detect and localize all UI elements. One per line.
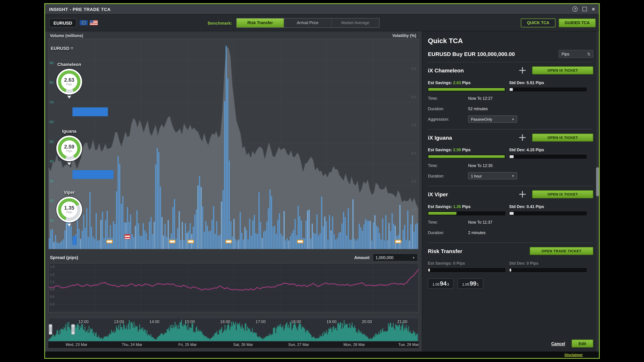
strategy-cards: iX ChameleonOPEN IX TICKETEst Savings: 2… bbox=[428, 58, 594, 239]
ask-fraction: 1 bbox=[477, 282, 479, 286]
date-axis-label: Sat, 26 Mar bbox=[233, 342, 253, 347]
bid-fraction: 3 bbox=[447, 282, 449, 286]
event-marker[interactable] bbox=[226, 240, 232, 243]
est-savings-label: Est Savings: 0 Pips bbox=[428, 261, 465, 266]
risk-transfer-header: Risk Transfer OPEN TRADE TICKET bbox=[428, 246, 594, 256]
spread-header: Spread (pips) Amount 1,000,000 ▼ bbox=[45, 253, 422, 262]
open-ix-ticket-button[interactable]: OPEN IX TICKET bbox=[532, 134, 593, 142]
event-marker[interactable] bbox=[395, 240, 401, 243]
gauge-pointer-icon bbox=[67, 224, 71, 227]
cancel-button[interactable]: Cancel bbox=[551, 341, 565, 346]
window-title: INSIGHT - PRE TRADE TCA bbox=[49, 6, 110, 11]
gauge-name: Chameleon bbox=[51, 62, 88, 67]
bars-row bbox=[428, 88, 594, 91]
gauge-unit: Pips bbox=[66, 210, 72, 214]
bars-row bbox=[428, 155, 594, 159]
benchmark-risk-transfer[interactable]: Risk Transfer bbox=[236, 18, 284, 27]
detail-label: Time: bbox=[428, 163, 468, 168]
metrics-row: Est Savings: 2.59 PipsStd Dev: 4.15 Pips bbox=[428, 146, 594, 153]
range-handle-left[interactable] bbox=[49, 324, 52, 335]
disclaimer-link[interactable]: Disclaimer bbox=[564, 353, 583, 357]
flag-marker[interactable] bbox=[124, 234, 130, 239]
quick-tca-button[interactable]: QUICK TCA bbox=[521, 18, 556, 27]
std-dev-label: Std Dev: 5.51 Pips bbox=[509, 80, 544, 85]
detail-row: Duration:2 minutes bbox=[428, 229, 594, 236]
gauge-name: Viper bbox=[51, 190, 88, 195]
amount-dropdown[interactable]: 1,000,000 ▼ bbox=[373, 253, 418, 261]
open-ix-ticket-button[interactable]: OPEN IX TICKET bbox=[532, 190, 593, 198]
metrics-row: Est Savings: 2.63 PipsStd Dev: 5.51 Pips bbox=[428, 78, 594, 86]
edit-button[interactable]: Edit bbox=[572, 340, 593, 348]
event-marker[interactable] bbox=[169, 240, 176, 243]
std-dev-label: Std Dev: 4.15 Pips bbox=[509, 148, 544, 152]
detail-row: Aggression:PassiveOnly▼ bbox=[428, 115, 594, 123]
benchmark-market-average[interactable]: Market Average bbox=[332, 18, 379, 27]
detail-label: Time: bbox=[428, 220, 468, 224]
detail-label: Duration: bbox=[428, 106, 468, 111]
date-axis-label: Wed, 23 Mar bbox=[66, 342, 88, 347]
eu-flag-icon bbox=[80, 20, 88, 25]
detail-row: Duration:52 minutes bbox=[428, 105, 594, 112]
benchmark-arrival-price[interactable]: Arrival Price bbox=[284, 18, 332, 27]
event-marker[interactable] bbox=[188, 240, 194, 243]
guided-tca-button[interactable]: GUIDED TCA bbox=[558, 18, 596, 27]
est-savings-bar bbox=[428, 88, 505, 91]
toolbar: EURUSD bbox=[45, 14, 599, 31]
strategy-card-header: iX IguanaOPEN IX TICKET bbox=[428, 133, 594, 142]
est-savings-label: Est Savings: 2.59 Pips bbox=[428, 148, 470, 152]
volume-histogram-canvas bbox=[49, 39, 418, 249]
ask-big-figure: 1.05 bbox=[462, 282, 469, 286]
crosshair-icon[interactable] bbox=[519, 191, 526, 198]
quick-tca-panel: Quick TCA EURUSD Buy EUR 100,000,000.00 … bbox=[422, 31, 599, 352]
date-axis-label: Thu, 24 Mar bbox=[122, 342, 142, 347]
ask-price-button[interactable]: 1.05991 bbox=[458, 278, 484, 289]
order-summary-row: EURUSD Buy EUR 100,000,000.00 Pips ⇅ bbox=[428, 50, 594, 58]
gauge-core: 2.59Pips bbox=[61, 140, 77, 157]
detail-row: Time:Now To 11:37 bbox=[428, 219, 594, 226]
symbol-selector[interactable]: EURUSD bbox=[49, 18, 76, 27]
benchmark-label: Benchmark: bbox=[208, 20, 232, 25]
duration-dropdown[interactable]: 1 hour▼ bbox=[468, 172, 517, 179]
crosshair-icon[interactable] bbox=[519, 67, 526, 74]
timeline-canvas bbox=[49, 318, 418, 341]
date-axis: Wed, 23 MarThu, 24 MarFri, 25 MarSat, 26… bbox=[48, 342, 418, 348]
chart-legend: EURUSD = bbox=[51, 46, 73, 51]
open-trade-ticket-button[interactable]: OPEN TRADE TICKET bbox=[530, 247, 593, 255]
detail-row: Time:Now To 12:27 bbox=[428, 95, 594, 102]
close-icon[interactable]: × bbox=[592, 7, 595, 11]
help-icon[interactable]: ? bbox=[572, 6, 578, 12]
gauge-volume-bar bbox=[72, 236, 76, 245]
est-savings-value: 2.59 bbox=[453, 148, 461, 152]
us-flag-icon bbox=[90, 20, 98, 25]
detail-value: 2 minutes bbox=[468, 230, 486, 235]
dropdown-value: PassiveOnly bbox=[471, 117, 492, 121]
detail-value: Now To 12:35 bbox=[468, 163, 493, 168]
date-axis-label: Tue, 29 Mar bbox=[398, 342, 418, 347]
gauge-ring: 1.35Pips bbox=[56, 197, 82, 223]
est-savings-value: 1.35 bbox=[453, 204, 461, 209]
maximize-icon[interactable] bbox=[583, 7, 587, 11]
ask-pips: 99 bbox=[470, 280, 476, 287]
est-savings-bar bbox=[428, 155, 505, 159]
strategy-card-header: iX ViperOPEN IX TICKET bbox=[428, 190, 594, 199]
spread-title: Spread (pips) bbox=[50, 255, 78, 260]
event-marker[interactable] bbox=[297, 240, 303, 243]
event-marker[interactable] bbox=[106, 240, 112, 243]
chevron-down-icon: ▼ bbox=[412, 256, 415, 259]
detail-label: Duration: bbox=[428, 230, 468, 235]
std-dev-label: Std Dev: 0 Pips bbox=[509, 261, 538, 266]
strategy-card-ix-viper: iX ViperOPEN IX TICKETEst Savings: 1.35 … bbox=[428, 186, 594, 239]
unit-dropdown[interactable]: Pips ⇅ bbox=[559, 50, 593, 58]
panel-footer: Cancel Edit bbox=[428, 340, 594, 348]
crosshair-icon[interactable] bbox=[519, 134, 526, 141]
timeline-navigator[interactable]: 12:0013:0014:0015:0016:0017:0018:0019:00… bbox=[48, 318, 418, 342]
price-row: 1.05943 1.05991 bbox=[428, 278, 594, 289]
bars-row bbox=[428, 212, 594, 215]
open-ix-ticket-button[interactable]: OPEN IX TICKET bbox=[532, 66, 593, 74]
aggression-dropdown[interactable]: PassiveOnly▼ bbox=[468, 115, 517, 123]
range-handle-right[interactable] bbox=[71, 324, 75, 335]
bid-price-button[interactable]: 1.05943 bbox=[428, 278, 454, 289]
panel-scrollbar-thumb[interactable] bbox=[596, 167, 599, 196]
strategy-card-header: iX ChameleonOPEN IX TICKET bbox=[428, 66, 594, 75]
chart-area: Volume (millions) Volatility (%) EURUSD … bbox=[45, 31, 422, 352]
